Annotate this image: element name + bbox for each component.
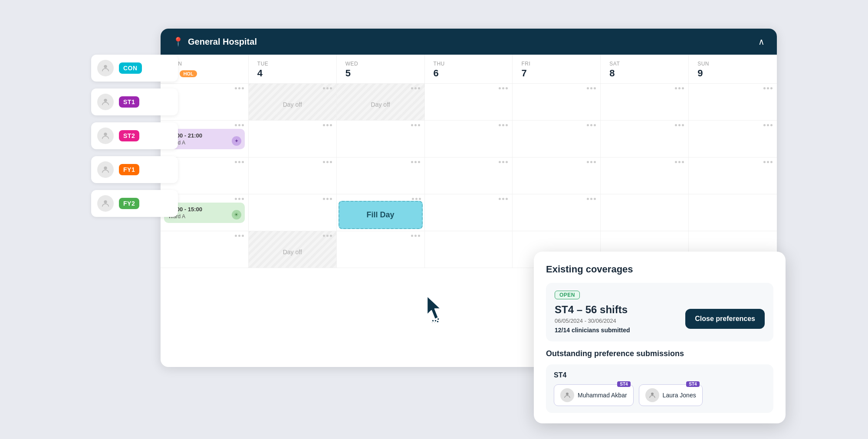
cell-r3-tue	[249, 157, 337, 194]
fill-day-cell[interactable]: Fill Day	[339, 201, 423, 229]
calendar-row-1: Day off Day off	[161, 84, 777, 121]
svg-line-7	[437, 318, 438, 323]
role-badge-fy2: FY2	[119, 198, 139, 209]
coverage-submitted: 12/14 clinicians submitted	[555, 327, 630, 334]
cell-r3-sun	[689, 157, 777, 194]
clinician-tag-muhammad[interactable]: Muhammad Akbar ST4	[554, 384, 634, 406]
role-badge-st1: ST1	[119, 96, 139, 108]
clinician-role-badge-muhammad: ST4	[617, 381, 630, 387]
day-header-thu: THU 6	[425, 55, 513, 83]
close-preferences-button[interactable]: Close preferences	[685, 309, 765, 329]
svg-point-0	[104, 65, 107, 68]
day-header-sun: SUN 9	[689, 55, 777, 83]
sidebar-item-con[interactable]: CON	[91, 55, 178, 82]
cell-r3-fri	[513, 157, 601, 194]
collapse-button[interactable]: ∧	[758, 36, 765, 47]
svg-point-3	[104, 167, 107, 170]
calendar-row-2: 13:00 - 21:00 Ward A ✦	[161, 121, 777, 157]
coverage-panel: Existing coverages OPEN ST4 – 56 shifts …	[534, 252, 786, 423]
cursor-pointer	[421, 292, 447, 332]
sidebar-item-st1[interactable]: ST1	[91, 88, 178, 115]
outstanding-label: ST4	[554, 371, 766, 379]
sidebar-item-fy1[interactable]: FY1	[91, 156, 178, 183]
cell-r1-wed: Day off	[337, 84, 425, 120]
clinician-avatar-laura	[645, 388, 659, 402]
role-badge-st2: ST2	[119, 130, 139, 141]
cell-r3-wed	[337, 157, 425, 194]
coverage-card: OPEN ST4 – 56 shifts 06/05/2024 - 30/06/…	[546, 283, 773, 341]
day-header-fri: FRI 7	[513, 55, 601, 83]
clinician-avatar-muhammad	[560, 388, 574, 402]
cell-r1-tue: Day off	[249, 84, 337, 120]
hospital-name: 📍 General Hospital	[173, 36, 257, 47]
day-header-sat: SAT 8	[601, 55, 689, 83]
svg-line-5	[432, 320, 433, 323]
day-header-wed: WED 5	[337, 55, 425, 83]
day-header-tue: TUE 4	[249, 55, 337, 83]
cell-r4-sat	[601, 194, 689, 231]
clinician-name-laura: Laura Jones	[663, 392, 696, 399]
shift-icon-purple: ✦	[232, 136, 241, 146]
holiday-badge: HOL	[180, 70, 197, 77]
cell-r2-sat	[601, 121, 689, 157]
cell-r5-tue: Day off	[249, 231, 337, 268]
cell-r1-sun	[689, 84, 777, 120]
clinician-role-badge-laura: ST4	[686, 381, 699, 387]
avatar-con	[97, 60, 114, 76]
cell-r4-tue	[249, 194, 337, 231]
clinician-tag-laura[interactable]: Laura Jones ST4	[639, 384, 703, 406]
cell-r2-sun	[689, 121, 777, 157]
cell-r4-thu	[425, 194, 513, 231]
svg-point-2	[104, 133, 107, 136]
cell-r4-sun	[689, 194, 777, 231]
cell-r1-sat	[601, 84, 689, 120]
sidebar-item-st2[interactable]: ST2	[91, 122, 178, 149]
cell-r2-thu	[425, 121, 513, 157]
day-headers: MON 3 HOL TUE 4 WED 5 THU 6 FRI 7	[161, 55, 777, 84]
outstanding-card: ST4 Muhammad Akbar ST4 Laura Jones ST4	[546, 364, 773, 413]
svg-point-1	[104, 99, 107, 102]
calendar-row-3	[161, 157, 777, 194]
sidebar-item-fy2[interactable]: FY2	[91, 190, 178, 217]
open-badge: OPEN	[555, 291, 580, 299]
role-badge-con: CON	[119, 62, 142, 74]
location-icon: 📍	[173, 36, 184, 47]
cell-r3-thu	[425, 157, 513, 194]
calendar-header: 📍 General Hospital ∧	[161, 29, 777, 55]
cell-r1-fri	[513, 84, 601, 120]
cell-r1-thu	[425, 84, 513, 120]
cell-r4-fri	[513, 194, 601, 231]
cell-r3-sat	[601, 157, 689, 194]
svg-point-4	[104, 200, 107, 203]
coverage-info: ST4 – 56 shifts 06/05/2024 - 30/06/2024 …	[555, 304, 630, 334]
avatar-st1	[97, 94, 114, 110]
cell-r5-mon	[161, 231, 249, 268]
avatar-fy2	[97, 195, 114, 212]
cell-r2-fri	[513, 121, 601, 157]
calendar-row-4: 07:00 - 15:00 Ward A ☀ Fill Day	[161, 194, 777, 231]
avatar-st2	[97, 128, 114, 144]
svg-point-8	[566, 393, 569, 395]
svg-line-6	[435, 320, 436, 323]
cell-r4-wed[interactable]: Fill Day	[337, 194, 425, 231]
coverage-title: ST4 – 56 shifts	[555, 304, 630, 316]
clinician-name-muhammad: Muhammad Akbar	[578, 392, 627, 399]
coverage-date: 06/05/2024 - 30/06/2024	[555, 318, 630, 324]
role-badge-fy1: FY1	[119, 164, 139, 175]
cell-r2-wed	[337, 121, 425, 157]
outstanding-title: Outstanding preference submissions	[546, 349, 773, 358]
svg-point-9	[651, 393, 654, 395]
panel-title: Existing coverages	[546, 264, 773, 275]
cell-r2-tue	[249, 121, 337, 157]
clinician-tags: Muhammad Akbar ST4 Laura Jones ST4	[554, 384, 766, 406]
avatar-fy1	[97, 161, 114, 178]
sidebar: CON ST1 ST2 FY1 FY2	[91, 55, 178, 217]
cell-r5-wed	[337, 231, 425, 268]
shift-icon-green: ☀	[232, 210, 241, 220]
cell-r5-thu	[425, 231, 513, 268]
